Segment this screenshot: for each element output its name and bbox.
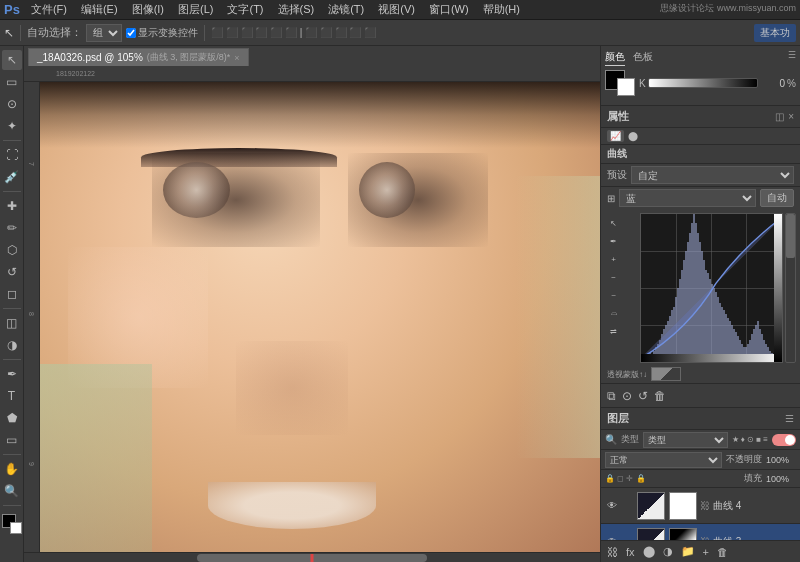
scrollbar-thumb[interactable] [197,554,427,562]
mask-icon-tab[interactable]: ⬤ [628,131,638,141]
properties-title: 属性 [607,109,629,124]
panel-menu-icon[interactable]: ☰ [788,50,796,66]
ruler-mark-21: 21 [79,70,87,77]
panel-dock-icon[interactable]: ◫ [775,111,784,122]
menu-image[interactable]: 图像(I) [129,2,167,17]
tool-magic-wand[interactable]: ✦ [2,116,22,136]
scrollbar-horizontal[interactable] [24,552,600,562]
background-color[interactable] [617,78,635,96]
tool-pen[interactable]: ✒ [2,364,22,384]
preset-select[interactable]: 自定 [631,166,794,184]
canvas-area[interactable]: 18 19 20 21 22 7 8 9 [24,66,600,562]
layer-link-icon[interactable]: ⛓ [607,546,618,558]
tool-lasso[interactable]: ⊙ [2,94,22,114]
tool-crop[interactable]: ⛶ [2,145,22,165]
tools-separator-2 [3,191,21,192]
image-viewport[interactable] [40,82,600,552]
layers-panel-menu-icon[interactable]: ☰ [785,413,794,424]
color-slider-row: K 0 % [639,78,796,89]
reset-icon[interactable]: ↺ [638,389,648,403]
tab-close-btn[interactable]: × [234,53,239,63]
tool-gradient[interactable]: ◫ [2,313,22,333]
tool-select-rect[interactable]: ▭ [2,72,22,92]
color-panel: 颜色 色板 ☰ K 0 % [601,46,800,106]
curve-tool-pen[interactable]: ✒ [606,233,622,249]
menu-file[interactable]: 文件(F) [28,2,70,17]
clip-to-layer-icon[interactable]: ⧉ [607,389,616,403]
auto-button[interactable]: 自动 [760,189,794,207]
filter-select[interactable]: 类型 [643,432,728,448]
curves-scroll-track[interactable] [785,213,796,363]
color-swatch-area[interactable] [605,70,635,96]
menu-view[interactable]: 视图(V) [375,2,418,17]
fill-value[interactable]: 100% [766,474,796,484]
visibility-icon[interactable]: ⊙ [622,389,632,403]
color-slider-k[interactable] [648,78,758,88]
menu-layer[interactable]: 图层(L) [175,2,216,17]
ruler-v-mark-9: 9 [28,462,35,472]
layer-mask-add-icon[interactable]: ⬤ [643,545,655,558]
tool-stamp[interactable]: ⬡ [2,240,22,260]
layer-group-icon[interactable]: 📁 [681,545,695,558]
layer-item-curves4[interactable]: 👁 ⛓ 曲线 4 [601,488,800,524]
curves-icon-tab[interactable]: 📈 [607,130,624,142]
tool-eyedropper[interactable]: 💉 [2,167,22,187]
tool-shape[interactable]: ▭ [2,430,22,450]
layer-delete-icon[interactable]: 🗑 [717,546,728,558]
tool-path-select[interactable]: ⬟ [2,408,22,428]
color-tab-swatches[interactable]: 色板 [633,50,653,66]
curves-graph[interactable] [640,213,783,363]
menu-window[interactable]: 窗口(W) [426,2,472,17]
curve-tool-add[interactable]: + [606,251,622,267]
curve-tool-pointer[interactable]: ↖ [606,215,622,231]
curves-bottom-toolbar: ⧉ ⊙ ↺ 🗑 [601,383,800,407]
blend-mode-select[interactable]: 正常 [605,452,722,468]
auto-select-type-select[interactable]: 组 [86,24,122,42]
layer-adjustment-icon[interactable]: ◑ [663,545,673,558]
hair-top [40,82,600,148]
delete-icon[interactable]: 🗑 [654,389,666,403]
panel-header-icons: ◫ × [775,111,794,122]
layer-new-icon[interactable]: + [703,546,709,558]
channel-select[interactable]: 蓝 [619,189,756,207]
curves-scroll-thumb[interactable] [786,214,795,258]
auto-select-label: 自动选择： [27,25,82,40]
tool-heal[interactable]: ✚ [2,196,22,216]
layers-list: 👁 ⛓ 曲线 4 👁 ⛓ 曲线 3 [601,488,800,540]
filter-toggle[interactable] [772,434,796,446]
menu-select[interactable]: 选择(S) [275,2,318,17]
layer-eye-curves4[interactable]: 👁 [605,499,619,513]
tool-hand[interactable]: ✋ [2,459,22,479]
tool-text[interactable]: T [2,386,22,406]
curve-tool-convert[interactable]: ⇌ [606,323,622,339]
tool-eraser[interactable]: ◻ [2,284,22,304]
color-tab-color[interactable]: 颜色 [605,50,625,66]
tool-arrow-icon: ↖ [4,26,14,40]
menu-help[interactable]: 帮助(H) [480,2,523,17]
toolbar-separator-1 [20,25,21,41]
curve-tool-corner[interactable]: ⌓ [606,305,622,321]
document-tab[interactable]: _18A0326.psd @ 105% (曲线 3, 图层蒙版/8)* × [28,48,249,66]
curves-graph-area: ↖ ✒ + − ~ ⌓ ⇌ [601,209,800,365]
layer-name-curves4: 曲线 4 [713,499,796,513]
tool-brush[interactable]: ✏ [2,218,22,238]
layers-panel-header: 图层 ☰ [601,408,800,430]
layer-fx-icon[interactable]: fx [626,546,635,558]
tool-dodge[interactable]: ◑ [2,335,22,355]
curve-tool-remove[interactable]: − [606,269,622,285]
toolbar: ↖ 自动选择： 组 显示变换控件 ⬛ ⬛ ⬛ ⬛ ⬛ ⬛ | ⬛ ⬛ ⬛ ⬛ ⬛… [0,20,800,46]
tool-zoom[interactable]: 🔍 [2,481,22,501]
curve-tool-smooth[interactable]: ~ [606,287,622,303]
eyelash-left [141,148,337,167]
tool-move[interactable]: ↖ [2,50,22,70]
panel-close-btn[interactable]: × [788,111,794,122]
menu-edit[interactable]: 编辑(E) [78,2,121,17]
tool-history-brush[interactable]: ↺ [2,262,22,282]
opacity-value[interactable]: 100% [766,455,796,465]
tools-separator-4 [3,359,21,360]
menu-text[interactable]: 文字(T) [224,2,266,17]
show-transform-checkbox[interactable] [126,28,136,38]
foreground-color-swatch[interactable] [2,514,22,534]
layer-item-curves3[interactable]: 👁 ⛓ 曲线 3 [601,524,800,540]
menu-filter[interactable]: 滤镜(T) [325,2,367,17]
